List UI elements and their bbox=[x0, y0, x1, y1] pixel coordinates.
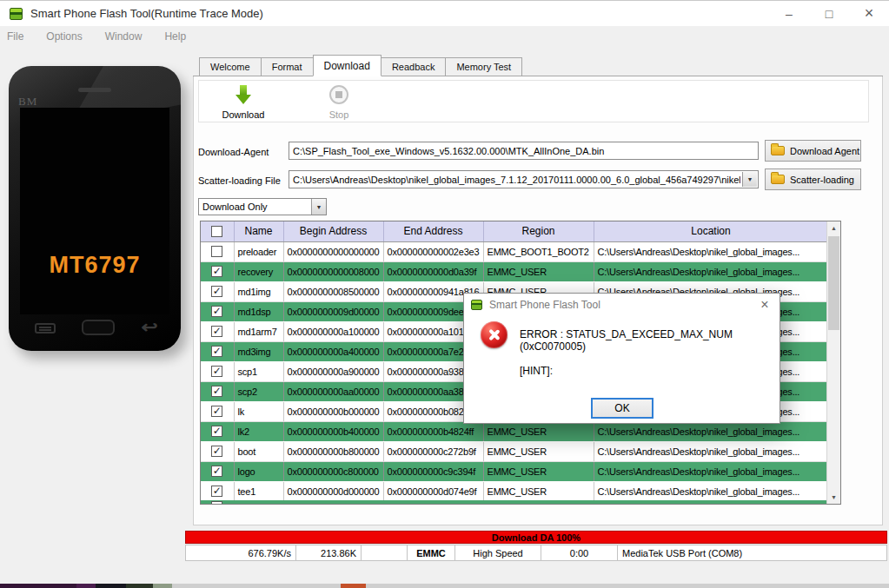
progress-bar: Download DA 100% bbox=[185, 531, 887, 544]
tab-format[interactable]: Format bbox=[261, 57, 314, 76]
ok-button[interactable]: OK bbox=[591, 398, 653, 419]
table-row[interactable]: ✓ recovery 0x0000000000008000 0x00000000… bbox=[201, 261, 828, 281]
tab-download[interactable]: Download bbox=[313, 55, 381, 76]
partition-name-cell: md3img bbox=[234, 341, 283, 361]
scatter-dropdown-arrow-icon[interactable]: ▼ bbox=[742, 172, 757, 187]
partition-name-cell: recovery bbox=[234, 261, 283, 281]
begin-address-cell: 0x000000000a900000 bbox=[283, 361, 383, 381]
partition-name-cell: boot bbox=[234, 441, 283, 461]
scatter-file-combobox[interactable]: ▼ bbox=[289, 170, 759, 188]
close-button[interactable]: × bbox=[849, 1, 889, 26]
status-port: MediaTek USB Port (COM8) bbox=[618, 545, 886, 560]
scroll-up-icon[interactable]: ▲ bbox=[827, 221, 840, 235]
row-checkbox[interactable]: ✓ bbox=[211, 346, 222, 357]
download-button[interactable]: Download bbox=[209, 83, 277, 121]
download-agent-browse-button[interactable]: Download Agent bbox=[765, 140, 861, 162]
partition-name-cell: md1img bbox=[234, 281, 283, 301]
tab-memory-test[interactable]: Memory Test bbox=[445, 57, 522, 76]
status-usb-speed: High Speed bbox=[455, 545, 541, 560]
row-checkbox[interactable]: ✓ bbox=[211, 446, 222, 457]
maximize-button[interactable]: □ bbox=[809, 1, 849, 26]
menu-file[interactable]: File bbox=[0, 30, 35, 43]
phone-speaker bbox=[78, 88, 111, 92]
begin-address-cell: 0x000000000b000000 bbox=[283, 401, 383, 421]
begin-address-cell: 0x000000000b800000 bbox=[283, 441, 383, 461]
phone-home-icon bbox=[82, 320, 115, 335]
table-row[interactable]: ✓ tee1 0x000000000d000000 0x000000000d07… bbox=[201, 481, 828, 501]
row-checkbox[interactable]: ✓ bbox=[211, 466, 222, 477]
error-message: ERROR : STATUS_DA_EXCEED_MAX_NUM (0xC007… bbox=[520, 328, 780, 353]
tab-welcome[interactable]: Welcome bbox=[199, 57, 262, 76]
stop-icon bbox=[329, 85, 348, 104]
region-cell: EMMC_USER bbox=[483, 481, 594, 501]
region-cell: EMMC_USER bbox=[483, 461, 594, 481]
row-checkbox[interactable]: ✓ bbox=[211, 326, 222, 337]
region-cell: EMMC_BOOT1_BOOT2 bbox=[483, 241, 594, 261]
location-cell: C:\Users\Andreas\Desktop\nikel_global_im… bbox=[594, 421, 828, 441]
table-row[interactable]: ✓ lk2 0x000000000b400000 0x000000000b482… bbox=[201, 421, 828, 441]
row-checkbox[interactable] bbox=[211, 501, 222, 504]
row-checkbox[interactable]: ✓ bbox=[211, 426, 222, 437]
location-cell: C:\Users\Andreas\Desktop\nikel_global_im… bbox=[594, 261, 828, 281]
menu-options[interactable]: Options bbox=[35, 30, 93, 43]
dialog-close-icon[interactable]: × bbox=[750, 294, 780, 316]
dialog-title-bar: Smart Phone Flash Tool × bbox=[464, 294, 780, 316]
download-agent-input[interactable] bbox=[289, 142, 759, 160]
begin-address-cell: 0x000000000a100000 bbox=[283, 321, 383, 341]
partition-name-cell: logo bbox=[234, 461, 283, 481]
region-cell: EMMC_USER bbox=[483, 261, 594, 281]
menu-help[interactable]: Help bbox=[153, 30, 197, 43]
begin-address-cell: 0x000000000c800000 bbox=[283, 461, 383, 481]
mode-dropdown-arrow-icon[interactable]: ▼ bbox=[311, 199, 326, 215]
scroll-down-icon[interactable]: ▼ bbox=[827, 491, 840, 504]
row-checkbox[interactable]: ✓ bbox=[211, 386, 222, 397]
download-arrow-icon bbox=[236, 85, 250, 106]
minimize-button[interactable]: – bbox=[769, 1, 809, 26]
download-agent-label: Download-Agent bbox=[198, 147, 269, 157]
row-checkbox[interactable]: ✓ bbox=[211, 306, 222, 317]
location-cell: C:\Users\Andreas\Desktop\nikel_global_im… bbox=[594, 241, 828, 261]
download-agent-browse-label: Download Agent bbox=[790, 146, 859, 156]
status-written: 213.86K bbox=[296, 545, 362, 560]
row-checkbox[interactable]: ✓ bbox=[211, 486, 222, 497]
table-row[interactable]: ✓ boot 0x000000000b800000 0x000000000c27… bbox=[201, 441, 828, 461]
end-address-cell: 0x000000000b4824ff bbox=[383, 421, 483, 441]
phone-menu-icon bbox=[35, 323, 56, 334]
scatter-browse-button[interactable]: Scatter-loading bbox=[765, 168, 861, 190]
row-checkbox[interactable]: ✓ bbox=[211, 366, 222, 377]
phone-brand-label: BM bbox=[18, 95, 37, 109]
begin-address-cell: 0x000000000b400000 bbox=[283, 421, 383, 441]
select-all-checkbox[interactable] bbox=[211, 226, 222, 237]
partition-name-cell: scp1 bbox=[234, 361, 283, 381]
status-blank bbox=[362, 545, 408, 560]
table-row[interactable]: preloader 0x0000000000000000 0x000000000… bbox=[201, 241, 828, 261]
title-bar: Smart Phone Flash Tool(Runtime Trace Mod… bbox=[0, 0, 889, 26]
table-row[interactable]: ✓ logo 0x000000000c800000 0x000000000c9c… bbox=[201, 461, 828, 481]
row-checkbox[interactable]: ✓ bbox=[211, 266, 222, 277]
col-header-end: End Address bbox=[383, 221, 483, 241]
phone-screen: MT6797 bbox=[20, 108, 169, 314]
download-mode-value: Download Only bbox=[198, 198, 327, 215]
begin-address-cell: 0x0000000009d00000 bbox=[283, 301, 383, 321]
location-cell: C:\Users\Andreas\Desktop\nikel_global_im… bbox=[594, 441, 828, 461]
error-icon bbox=[481, 321, 508, 348]
scatter-file-input[interactable] bbox=[289, 170, 759, 188]
stop-button[interactable]: Stop bbox=[305, 83, 373, 121]
row-checkbox[interactable] bbox=[211, 246, 222, 257]
tab-readback[interactable]: Readback bbox=[381, 57, 447, 76]
row-checkbox[interactable]: ✓ bbox=[211, 406, 222, 417]
row-checkbox[interactable]: ✓ bbox=[211, 286, 222, 297]
partition-name-cell: md1dsp bbox=[234, 301, 283, 321]
region-cell: EMMC_USER bbox=[483, 441, 594, 461]
table-row-partial[interactable] bbox=[201, 500, 827, 504]
dialog-title: Smart Phone Flash Tool bbox=[489, 299, 600, 311]
end-address-cell: 0x000000000c272b9f bbox=[383, 441, 483, 461]
table-scrollbar[interactable]: ▲ ▼ bbox=[826, 221, 840, 504]
phone-preview-image: BM MT6797 ↩ bbox=[9, 66, 181, 351]
menu-bar: File Options Window Help bbox=[0, 27, 889, 45]
scrollbar-thumb[interactable] bbox=[828, 236, 839, 330]
download-mode-select[interactable]: Download Only ▼ bbox=[198, 198, 327, 215]
menu-window[interactable]: Window bbox=[94, 30, 154, 43]
status-storage: EMMC bbox=[408, 545, 455, 560]
col-header-name: Name bbox=[234, 221, 283, 241]
